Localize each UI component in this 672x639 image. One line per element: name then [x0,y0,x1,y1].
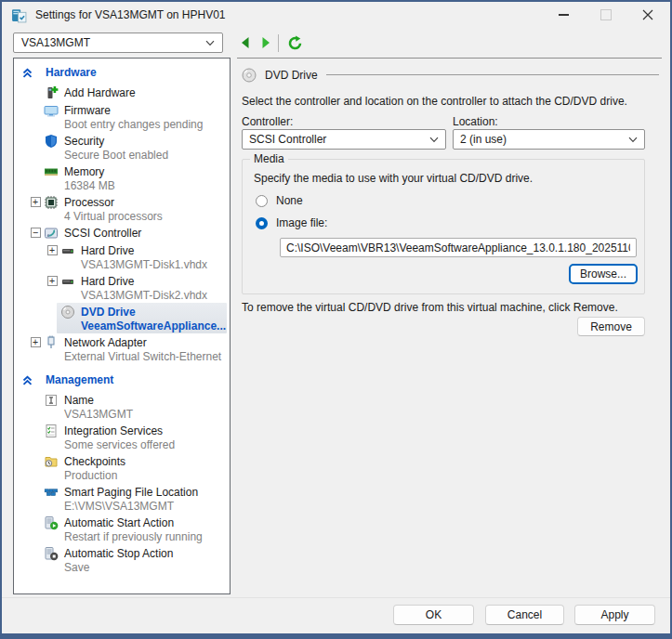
checkpoints-icon [44,454,64,469]
tree-item-checkpoints[interactable]: CheckpointsProduction [14,452,230,483]
settings-window: Settings for VSA13MGMT on HPHV01 VSA13MG… [0,0,672,639]
smart-paging-icon [44,485,64,500]
tree-item-hard-drive[interactable]: +Hard DriveVSA13MGMT-Disk1.vhdx [14,241,230,272]
window-title: Settings for VSA13MGMT on HPHV01 [35,8,226,21]
chevron-double-up-icon[interactable] [21,374,33,386]
tree-item-label: Processor [64,196,114,209]
hard-drive-icon [60,243,81,258]
processor-icon [44,195,64,210]
expand-plus-icon[interactable]: + [31,197,41,207]
tree-item-label: DVD Drive [81,306,136,319]
tree-item-security[interactable]: SecuritySecure Boot enabled [14,132,230,163]
tree-item-automatic-start-action[interactable]: Automatic Start ActionRestart if previou… [14,514,230,544]
dvd-drive-panel: DVD Drive Select the controller and loca… [237,58,662,598]
close-button[interactable] [626,2,668,28]
location-dropdown[interactable]: 2 (in use) [453,129,645,150]
expand-plus-icon[interactable]: + [31,337,41,347]
minimize-button[interactable] [543,2,585,28]
tree-section-hardware[interactable]: Hardware [14,63,230,82]
radio-image-label: Image file: [276,216,327,229]
apply-button[interactable]: Apply [574,605,655,625]
tree-item-hard-drive[interactable]: +Hard DriveVSA13MGMT-Disk2.vhdx [14,272,230,303]
tree-item-dvd-drive[interactable]: DVD DriveVeeamSoftwareAppliance... [14,303,230,333]
remove-button[interactable]: Remove [577,317,645,336]
ok-button[interactable]: OK [393,605,474,625]
tree-item-label: Hard Drive [81,275,134,288]
tree-item-label: Smart Paging File Location [64,486,198,499]
maximize-button [585,2,626,28]
tree-item-sublabel: Secure Boot enabled [14,149,230,162]
header-rule [326,74,659,75]
tree-item-label: Security [64,135,104,148]
window-controls [543,2,668,28]
vm-selector-dropdown[interactable]: VSA13MGMT [13,33,223,53]
panel-title: DVD Drive [265,69,318,82]
chevron-down-icon [205,40,215,46]
location-label: Location: [453,115,498,128]
close-icon [642,9,653,20]
radio-image-checked[interactable] [256,217,268,229]
tree-item-sublabel: External Virtual Switch-Ethernet [14,350,230,363]
tree-item-sublabel: 4 Virtual processors [14,210,230,223]
tree-item-label: Firmware [64,104,111,117]
security-icon [44,134,64,149]
browse-button[interactable]: Browse... [569,264,638,284]
tree-item-name[interactable]: NameVSA13MGMT [14,391,230,422]
tree-item-processor[interactable]: +Processor4 Virtual processors [14,193,230,224]
media-description: Specify the media to use with your virtu… [254,172,533,185]
network-adapter-icon [44,335,64,350]
tree-item-sublabel: E:\VMS\VSA13MGMT [14,500,230,513]
tree-item-label: Hard Drive [81,244,134,257]
tree-item-network-adapter[interactable]: +Network AdapterExternal Virtual Switch-… [14,333,230,364]
media-image-file-option[interactable]: Image file: [256,216,327,229]
add-hardware-icon [44,85,64,100]
name-icon [44,393,64,408]
refresh-button[interactable] [285,33,304,52]
expand-plus-icon[interactable]: + [47,245,58,255]
navigate-forward-button[interactable] [257,33,275,52]
tree-item-label: Network Adapter [64,336,147,349]
firmware-icon [44,103,64,118]
navigate-back-button[interactable] [236,33,255,52]
radio-none-unchecked[interactable] [256,195,268,207]
auto-stop-icon [44,546,64,561]
media-none-option[interactable]: None [256,194,303,207]
vm-selector-value: VSA13MGMT [21,36,90,49]
panel-header: DVD Drive [242,67,659,83]
panel-intro-text: Select the controller and location on th… [242,95,627,108]
tree-item-label: Add Hardware [64,86,136,99]
cancel-button[interactable]: Cancel [485,605,564,625]
controller-dropdown[interactable]: SCSI Controller [242,129,446,150]
dvd-disc-icon [242,68,257,83]
chevron-down-icon [429,137,439,143]
chevron-double-up-icon[interactable] [21,67,33,79]
tree-item-smart-paging-file-location[interactable]: Smart Paging File LocationE:\VMS\VSA13MG… [14,483,230,514]
hyperv-settings-icon [11,7,27,23]
tree-item-scsi-controller[interactable]: −SCSI Controller [14,224,230,241]
tree-item-memory[interactable]: Memory16384 MB [14,163,230,193]
expand-plus-icon[interactable]: + [47,276,58,286]
controller-value: SCSI Controller [249,133,326,146]
toolbar-separator [278,34,279,52]
tree-item-integration-services[interactable]: Integration ServicesSome services offere… [14,422,230,452]
tree-item-firmware[interactable]: FirmwareBoot entry changes pending [14,101,230,132]
integration-services-icon [44,424,64,438]
settings-tree: HardwareAdd HardwareFirmwareBoot entry c… [13,58,231,594]
footer-separator [2,597,670,598]
tree-item-sublabel: Boot entry changes pending [14,118,230,131]
image-file-path-input[interactable] [280,238,637,257]
tree-item-automatic-stop-action[interactable]: Automatic Stop ActionSave [14,544,230,575]
titlebar[interactable]: Settings for VSA13MGMT on HPHV01 [2,2,670,28]
tree-item-sublabel: Some services offered [14,438,230,451]
tree-section-management[interactable]: Management [14,371,230,389]
collapse-minus-icon[interactable]: − [31,228,41,238]
location-value: 2 (in use) [460,133,507,146]
remove-instruction-text: To remove the virtual CD/DVD drive from … [242,301,618,314]
tree-item-sublabel: VSA13MGMT-Disk2.vhdx [14,289,230,302]
tree-item-add-hardware[interactable]: Add Hardware [14,84,230,101]
maximize-icon [600,9,612,20]
section-label: Hardware [46,66,97,79]
radio-none-label: None [276,194,303,207]
media-group-label: Media [250,152,288,165]
refresh-icon [287,35,303,51]
